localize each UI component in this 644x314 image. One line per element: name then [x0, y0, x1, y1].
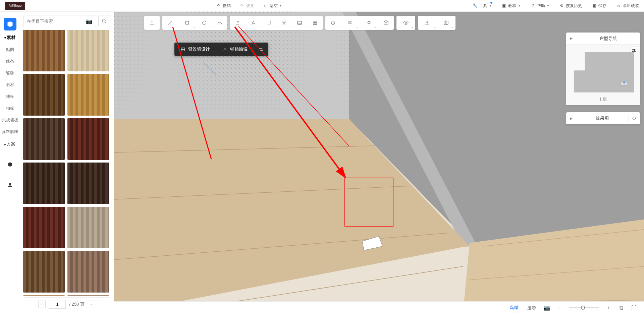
tb-export-button[interactable]	[144, 16, 160, 30]
tb-3d-button[interactable]	[378, 16, 394, 30]
brand-logo: 品牌logo	[5, 2, 25, 10]
ctx-tile-button[interactable]: 铺贴编辑	[216, 43, 254, 56]
tb-map-button[interactable]: ▼	[437, 16, 455, 30]
cat-fangan[interactable]: 方案	[0, 138, 20, 150]
nav-minimap[interactable]: 2D 1 层	[566, 45, 640, 105]
render-panel-title: 效果图	[576, 115, 628, 121]
eraser-icon: ◇	[263, 3, 268, 8]
material-thumb[interactable]	[67, 118, 109, 160]
material-thumb[interactable]	[23, 118, 65, 160]
render-collapse-button[interactable]: ▶	[566, 116, 576, 121]
tb-align-button[interactable]: ▼	[341, 16, 360, 30]
cat-shicai[interactable]: 石材	[0, 80, 20, 90]
material-thumb[interactable]	[67, 207, 109, 248]
tb-circle-button[interactable]	[197, 16, 212, 30]
cat-xiantiao[interactable]: 线条	[0, 56, 20, 67]
history-button[interactable]: ⟲ 恢复历史	[559, 3, 582, 9]
nav-panel-title: 户型导航	[576, 36, 640, 42]
camera-icon[interactable]: 📷	[86, 18, 93, 24]
cat-tuliaojili[interactable]: 涂料肌理	[0, 127, 20, 137]
tb-measure-button[interactable]	[325, 16, 341, 30]
tb-line-button[interactable]	[162, 16, 178, 30]
layers-icon[interactable]: ⧉	[618, 305, 625, 311]
topbar: 品牌logo ↶ 撤销 ↷ 恢复 ◇ 清空 ▼ 🔧 工具 ▼ ▣ 教程 ▼ ?	[0, 0, 644, 12]
ctx-bgwall-button[interactable]: 背景墙设计	[174, 43, 216, 56]
cat-jichengqiangban[interactable]: 集成墙板	[0, 115, 20, 125]
tb-download-button[interactable]: ▼	[418, 16, 437, 30]
svg-rect-23	[298, 21, 302, 24]
svg-rect-28	[315, 23, 317, 25]
nav-floor-label: 1 层	[566, 97, 640, 102]
material-thumb[interactable]	[67, 295, 109, 296]
exit-button[interactable]: ⎋ 退出硬装	[616, 3, 639, 9]
clear-button[interactable]: ◇ 清空 ▼	[263, 3, 282, 9]
chevron-down-icon: ▼	[547, 4, 549, 7]
material-thumb[interactable]	[67, 251, 109, 293]
view-roam-button[interactable]: 漫游	[526, 303, 537, 313]
tb-area-button[interactable]	[261, 16, 276, 30]
tb-arc-button[interactable]	[212, 16, 227, 30]
page-prev-button[interactable]: ‹	[38, 301, 46, 308]
notification-dot	[490, 2, 492, 4]
view-bird-button[interactable]: 鸟瞰	[508, 303, 520, 313]
material-thumb[interactable]	[23, 295, 65, 296]
scene-3d	[114, 12, 644, 314]
tb-light-button[interactable]	[276, 16, 292, 30]
video-icon: ▣	[501, 3, 506, 8]
render-refresh-button[interactable]: ⟳	[628, 115, 640, 122]
redo-button[interactable]: ↷ 恢复	[239, 3, 254, 9]
page-input[interactable]	[49, 300, 66, 309]
top-center: ↶ 撤销 ↷ 恢复 ◇ 清空 ▼	[25, 3, 472, 9]
chevron-down-icon: ▼	[489, 4, 492, 7]
help-button[interactable]: ? 帮助 ▼	[530, 3, 549, 9]
tutorial-label: 教程	[508, 3, 516, 9]
save-icon: ▣	[591, 3, 597, 8]
search-button[interactable]	[98, 15, 110, 27]
canvas[interactable]: ▼ ▼ ▼ ▼ ▼ ▼ 背景墙设计	[114, 12, 644, 314]
material-thumb[interactable]	[23, 74, 65, 116]
material-thumb[interactable]	[67, 74, 109, 116]
material-thumb[interactable]	[23, 30, 65, 71]
svg-rect-21	[267, 21, 271, 25]
tools-button[interactable]: 🔧 工具 ▼	[472, 3, 492, 9]
tutorial-button[interactable]: ▣ 教程 ▼	[501, 3, 521, 9]
cat-diban[interactable]: 地板	[0, 91, 20, 102]
tb-extrude-button[interactable]	[230, 16, 246, 30]
zoom-out-button[interactable]: −	[556, 305, 563, 311]
cat-tiezhi[interactable]: 贴图	[0, 45, 20, 55]
undo-button[interactable]: ↶ 撤销	[216, 3, 231, 9]
wrench-icon: 🔧	[472, 3, 478, 8]
fullscreen-icon[interactable]: ⛶	[631, 305, 637, 311]
top-right: 🔧 工具 ▼ ▣ 教程 ▼ ? 帮助 ▼ ⟲ 恢复历史 ▣ 保存 ⎋ 退出硬装	[472, 3, 639, 9]
tb-visibility-button[interactable]: ▼	[396, 16, 415, 30]
material-thumb[interactable]	[67, 30, 109, 71]
page-next-button[interactable]: ›	[88, 301, 95, 308]
ctx-crop-button[interactable]	[254, 43, 268, 56]
zoom-handle[interactable]	[581, 306, 585, 310]
svg-rect-19	[186, 21, 189, 24]
nav-user-button[interactable]	[4, 179, 16, 191]
search-input[interactable]	[27, 19, 83, 24]
cat-kouban[interactable]: 扣板	[0, 103, 20, 114]
tb-screen-button[interactable]	[292, 16, 307, 30]
nav-scheme-button[interactable]: ⬢	[4, 158, 16, 171]
material-thumb[interactable]	[23, 251, 65, 293]
nav-library-button[interactable]	[4, 18, 16, 30]
tb-move-button[interactable]	[246, 16, 261, 30]
svg-line-2	[105, 22, 106, 23]
cat-cizhuan[interactable]: 瓷砖	[0, 68, 20, 78]
material-thumb[interactable]	[23, 207, 65, 248]
material-thumb[interactable]	[67, 163, 109, 204]
cat-material[interactable]: 素材	[0, 32, 20, 43]
save-button[interactable]: ▣ 保存	[591, 3, 606, 9]
tb-magic-button[interactable]: ▼	[360, 16, 378, 30]
tb-rect-button[interactable]: ▼	[178, 16, 197, 30]
nav-collapse-button[interactable]: ▶	[566, 36, 576, 41]
history-label: 恢复历史	[566, 3, 582, 9]
material-thumb[interactable]	[23, 163, 65, 204]
zoom-slider[interactable]	[569, 307, 599, 308]
camera-icon[interactable]: 📷	[543, 305, 550, 311]
zoom-in-button[interactable]: +	[605, 305, 612, 311]
tb-grid-button[interactable]	[307, 16, 323, 30]
exit-label: 退出硬装	[623, 3, 639, 9]
